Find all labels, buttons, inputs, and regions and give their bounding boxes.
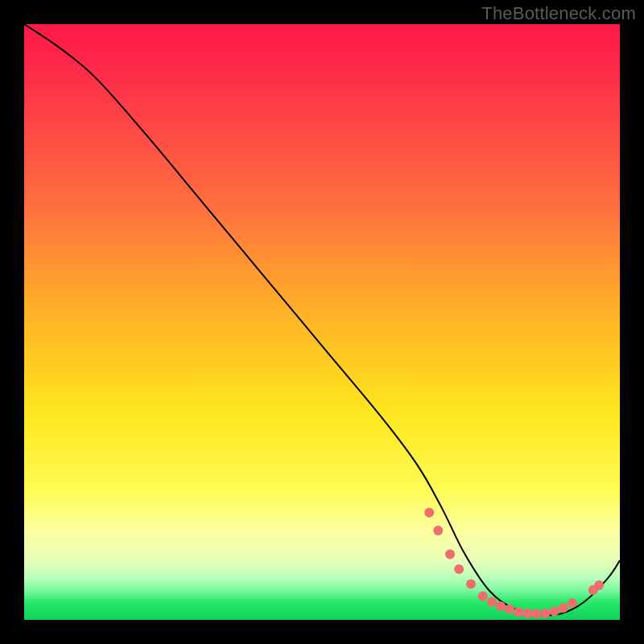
curve-marker — [594, 580, 604, 590]
curve-marker — [478, 591, 488, 601]
curve-marker — [550, 607, 559, 617]
curve-marker — [522, 609, 532, 618]
curve-marker — [487, 597, 497, 607]
curve-marker — [496, 601, 506, 611]
curve-marker — [433, 526, 443, 535]
curve-marker — [541, 609, 551, 618]
curve-marker — [559, 603, 568, 613]
watermark-text: TheBottleneck.com — [481, 3, 636, 24]
curve-marker — [454, 564, 464, 574]
curve-marker — [424, 508, 434, 518]
curve-marker — [505, 605, 514, 614]
curve-svg — [24, 24, 620, 620]
bottleneck-curve — [24, 24, 620, 615]
curve-marker — [531, 609, 541, 619]
curve-markers — [424, 508, 604, 619]
curve-marker — [568, 598, 577, 608]
chart-frame: TheBottleneck.com — [0, 0, 644, 644]
plot-area — [24, 24, 620, 620]
curve-marker — [514, 607, 523, 617]
curve-marker — [445, 550, 455, 559]
curve-marker — [466, 580, 476, 589]
